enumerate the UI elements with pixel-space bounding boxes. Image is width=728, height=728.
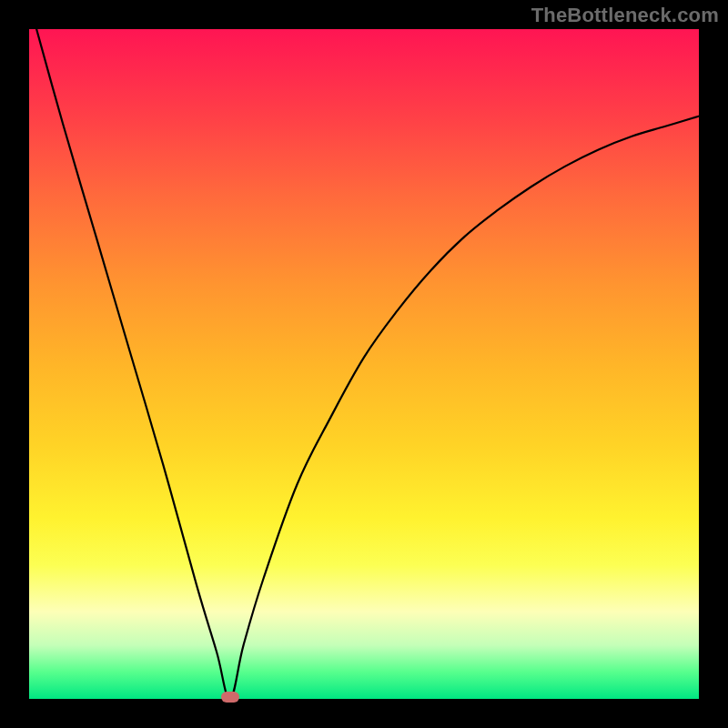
bottleneck-curve — [29, 29, 699, 699]
minimum-marker — [221, 692, 239, 703]
chart-frame: TheBottleneck.com — [0, 0, 728, 728]
curve-path — [29, 29, 699, 699]
plot-area — [29, 29, 699, 699]
watermark-text: TheBottleneck.com — [531, 4, 719, 27]
